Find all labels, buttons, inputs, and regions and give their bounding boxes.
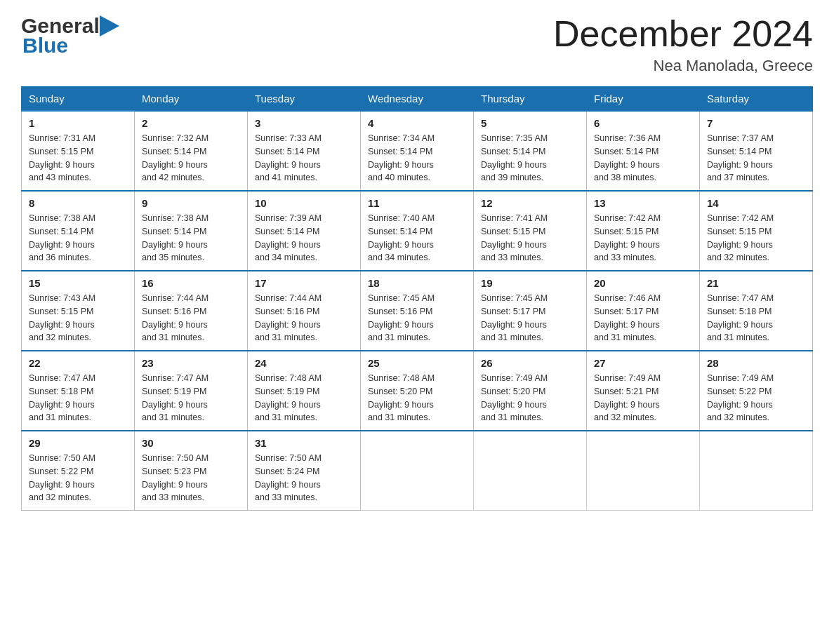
calendar-cell: 29 Sunrise: 7:50 AM Sunset: 5:22 PM Dayl… (22, 431, 135, 511)
day-number: 1 (29, 117, 127, 129)
calendar-cell: 8 Sunrise: 7:38 AM Sunset: 5:14 PM Dayli… (22, 191, 135, 271)
day-number: 30 (142, 437, 240, 449)
day-info: Sunrise: 7:46 AM Sunset: 5:17 PM Dayligh… (594, 292, 692, 344)
calendar-header-row: SundayMondayTuesdayWednesdayThursdayFrid… (22, 87, 813, 112)
calendar-cell: 22 Sunrise: 7:47 AM Sunset: 5:18 PM Dayl… (22, 351, 135, 431)
day-number: 13 (594, 197, 692, 209)
day-number: 27 (594, 357, 692, 369)
calendar-cell: 14 Sunrise: 7:42 AM Sunset: 5:15 PM Dayl… (700, 191, 813, 271)
calendar-cell: 30 Sunrise: 7:50 AM Sunset: 5:23 PM Dayl… (135, 431, 248, 511)
calendar-week-row: 8 Sunrise: 7:38 AM Sunset: 5:14 PM Dayli… (22, 191, 813, 271)
calendar-cell: 12 Sunrise: 7:41 AM Sunset: 5:15 PM Dayl… (474, 191, 587, 271)
day-number: 28 (707, 357, 805, 369)
day-info: Sunrise: 7:50 AM Sunset: 5:22 PM Dayligh… (29, 452, 127, 504)
day-info: Sunrise: 7:35 AM Sunset: 5:14 PM Dayligh… (481, 132, 579, 185)
day-info: Sunrise: 7:36 AM Sunset: 5:14 PM Dayligh… (594, 132, 692, 185)
day-number: 2 (142, 117, 240, 129)
calendar-cell (474, 431, 587, 511)
calendar-cell (700, 431, 813, 511)
calendar-cell: 5 Sunrise: 7:35 AM Sunset: 5:14 PM Dayli… (474, 111, 587, 191)
calendar-table: SundayMondayTuesdayWednesdayThursdayFrid… (21, 86, 813, 511)
col-header-saturday: Saturday (700, 87, 813, 112)
calendar-cell: 28 Sunrise: 7:49 AM Sunset: 5:22 PM Dayl… (700, 351, 813, 431)
day-info: Sunrise: 7:47 AM Sunset: 5:18 PM Dayligh… (707, 292, 805, 344)
day-info: Sunrise: 7:44 AM Sunset: 5:16 PM Dayligh… (255, 292, 353, 344)
logo: General Blue (21, 14, 119, 58)
calendar-week-row: 22 Sunrise: 7:47 AM Sunset: 5:18 PM Dayl… (22, 351, 813, 431)
calendar-cell: 18 Sunrise: 7:45 AM Sunset: 5:16 PM Dayl… (361, 271, 474, 351)
day-number: 31 (255, 437, 353, 449)
calendar-cell: 16 Sunrise: 7:44 AM Sunset: 5:16 PM Dayl… (135, 271, 248, 351)
calendar-cell: 10 Sunrise: 7:39 AM Sunset: 5:14 PM Dayl… (248, 191, 361, 271)
day-info: Sunrise: 7:31 AM Sunset: 5:15 PM Dayligh… (29, 132, 127, 185)
day-number: 14 (707, 197, 805, 209)
calendar-cell: 26 Sunrise: 7:49 AM Sunset: 5:20 PM Dayl… (474, 351, 587, 431)
calendar-cell: 24 Sunrise: 7:48 AM Sunset: 5:19 PM Dayl… (248, 351, 361, 431)
calendar-cell: 7 Sunrise: 7:37 AM Sunset: 5:14 PM Dayli… (700, 111, 813, 191)
calendar-cell: 9 Sunrise: 7:38 AM Sunset: 5:14 PM Dayli… (135, 191, 248, 271)
day-number: 24 (255, 357, 353, 369)
day-info: Sunrise: 7:42 AM Sunset: 5:15 PM Dayligh… (707, 212, 805, 264)
calendar-cell: 1 Sunrise: 7:31 AM Sunset: 5:15 PM Dayli… (22, 111, 135, 191)
calendar-cell: 4 Sunrise: 7:34 AM Sunset: 5:14 PM Dayli… (361, 111, 474, 191)
day-number: 19 (481, 277, 579, 289)
day-number: 21 (707, 277, 805, 289)
calendar-cell: 3 Sunrise: 7:33 AM Sunset: 5:14 PM Dayli… (248, 111, 361, 191)
day-info: Sunrise: 7:45 AM Sunset: 5:16 PM Dayligh… (368, 292, 466, 344)
title-block: December 2024 Nea Manolada, Greece (553, 14, 813, 75)
calendar-cell (361, 431, 474, 511)
day-info: Sunrise: 7:44 AM Sunset: 5:16 PM Dayligh… (142, 292, 240, 344)
calendar-cell: 11 Sunrise: 7:40 AM Sunset: 5:14 PM Dayl… (361, 191, 474, 271)
day-info: Sunrise: 7:43 AM Sunset: 5:15 PM Dayligh… (29, 292, 127, 344)
day-number: 6 (594, 117, 692, 129)
calendar-week-row: 29 Sunrise: 7:50 AM Sunset: 5:22 PM Dayl… (22, 431, 813, 511)
col-header-thursday: Thursday (474, 87, 587, 112)
day-info: Sunrise: 7:47 AM Sunset: 5:19 PM Dayligh… (142, 372, 240, 424)
col-header-tuesday: Tuesday (248, 87, 361, 112)
day-info: Sunrise: 7:33 AM Sunset: 5:14 PM Dayligh… (255, 132, 353, 185)
day-number: 9 (142, 197, 240, 209)
day-info: Sunrise: 7:50 AM Sunset: 5:24 PM Dayligh… (255, 452, 353, 504)
day-number: 25 (368, 357, 466, 369)
day-info: Sunrise: 7:50 AM Sunset: 5:23 PM Dayligh… (142, 452, 240, 504)
day-number: 3 (255, 117, 353, 129)
calendar-cell (587, 431, 700, 511)
day-number: 16 (142, 277, 240, 289)
logo-blue-text: Blue (22, 34, 68, 57)
day-number: 29 (29, 437, 127, 449)
calendar-cell: 6 Sunrise: 7:36 AM Sunset: 5:14 PM Dayli… (587, 111, 700, 191)
day-info: Sunrise: 7:47 AM Sunset: 5:18 PM Dayligh… (29, 372, 127, 424)
day-info: Sunrise: 7:48 AM Sunset: 5:19 PM Dayligh… (255, 372, 353, 424)
calendar-cell: 20 Sunrise: 7:46 AM Sunset: 5:17 PM Dayl… (587, 271, 700, 351)
day-number: 12 (481, 197, 579, 209)
day-info: Sunrise: 7:41 AM Sunset: 5:15 PM Dayligh… (481, 212, 579, 264)
day-number: 10 (255, 197, 353, 209)
day-info: Sunrise: 7:48 AM Sunset: 5:20 PM Dayligh… (368, 372, 466, 424)
day-info: Sunrise: 7:37 AM Sunset: 5:14 PM Dayligh… (707, 132, 805, 185)
day-number: 26 (481, 357, 579, 369)
day-number: 7 (707, 117, 805, 129)
calendar-week-row: 15 Sunrise: 7:43 AM Sunset: 5:15 PM Dayl… (22, 271, 813, 351)
day-number: 23 (142, 357, 240, 369)
day-info: Sunrise: 7:38 AM Sunset: 5:14 PM Dayligh… (29, 212, 127, 264)
calendar-cell: 13 Sunrise: 7:42 AM Sunset: 5:15 PM Dayl… (587, 191, 700, 271)
day-info: Sunrise: 7:39 AM Sunset: 5:14 PM Dayligh… (255, 212, 353, 264)
calendar-cell: 27 Sunrise: 7:49 AM Sunset: 5:21 PM Dayl… (587, 351, 700, 431)
calendar-cell: 17 Sunrise: 7:44 AM Sunset: 5:16 PM Dayl… (248, 271, 361, 351)
location-subtitle: Nea Manolada, Greece (553, 57, 813, 75)
day-number: 18 (368, 277, 466, 289)
calendar-cell: 21 Sunrise: 7:47 AM Sunset: 5:18 PM Dayl… (700, 271, 813, 351)
col-header-friday: Friday (587, 87, 700, 112)
day-number: 20 (594, 277, 692, 289)
day-number: 17 (255, 277, 353, 289)
day-info: Sunrise: 7:34 AM Sunset: 5:14 PM Dayligh… (368, 132, 466, 185)
month-title: December 2024 (553, 14, 813, 54)
day-number: 5 (481, 117, 579, 129)
col-header-sunday: Sunday (22, 87, 135, 112)
day-number: 11 (368, 197, 466, 209)
calendar-cell: 23 Sunrise: 7:47 AM Sunset: 5:19 PM Dayl… (135, 351, 248, 431)
day-info: Sunrise: 7:45 AM Sunset: 5:17 PM Dayligh… (481, 292, 579, 344)
day-number: 4 (368, 117, 466, 129)
calendar-cell: 25 Sunrise: 7:48 AM Sunset: 5:20 PM Dayl… (361, 351, 474, 431)
calendar-cell: 15 Sunrise: 7:43 AM Sunset: 5:15 PM Dayl… (22, 271, 135, 351)
